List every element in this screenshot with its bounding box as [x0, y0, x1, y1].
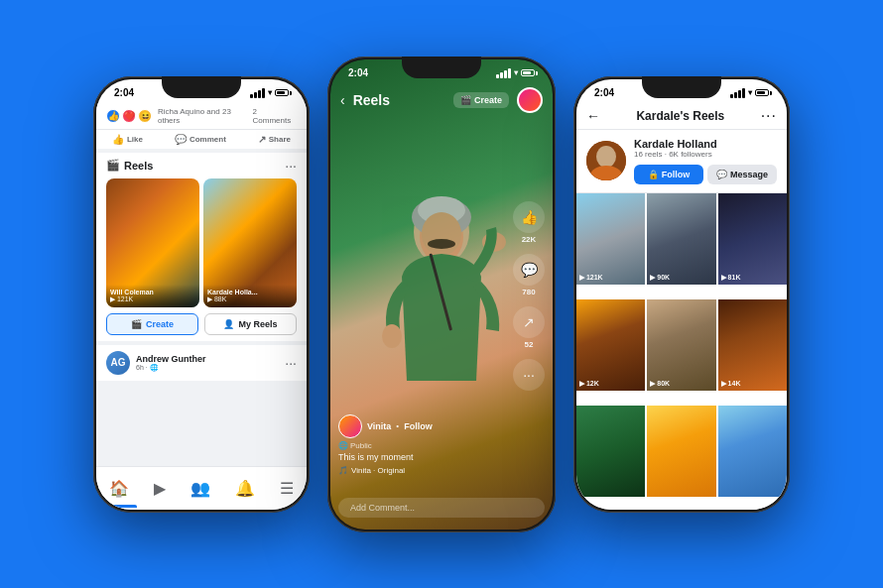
signal-icon-1: [250, 88, 265, 98]
signal-icon-3: [730, 88, 745, 98]
comment-action[interactable]: 💬 780: [513, 254, 545, 296]
signal-icon-2: [496, 68, 511, 78]
message-profile-button[interactable]: 💬 Message: [707, 165, 777, 184]
like-icon: 👍: [112, 134, 124, 145]
reels-section: 🎬 Reels ··· Will Coleman ▶ 121K: [96, 153, 307, 341]
reel-caption: This is my moment: [338, 452, 503, 462]
profile-reel-views-6: ▶ 14K: [721, 380, 741, 388]
create-button[interactable]: 🎬 Create: [106, 313, 198, 335]
share-icon: ↗: [258, 134, 266, 145]
profile-more-icon[interactable]: ···: [761, 107, 777, 125]
reaction-bar: 👍 ❤️ 😆 Richa Aquino and 23 others 2 Comm…: [96, 103, 307, 130]
nav-friends[interactable]: 👥: [183, 475, 218, 502]
phone-2: 2:04 ▾ ‹ Reels 🎬 Create: [327, 57, 556, 532]
reel-item-2[interactable]: Kardale Holla... ▶ 88K: [203, 178, 297, 307]
profile-reel-bg-4: [576, 299, 645, 391]
comment-button[interactable]: 💬 Comment: [175, 134, 226, 145]
profile-details: Kardale Holland 16 reels · 6K followers …: [634, 138, 777, 184]
comment-input[interactable]: Add Comment...: [338, 498, 545, 518]
profile-reel-bg-8: [647, 406, 715, 497]
phones-container: 2:04 ▾ 👍 ❤️ 😆: [83, 0, 800, 588]
profile-reel-3[interactable]: ▶ 81K: [718, 193, 787, 285]
battery-icon-2: [521, 69, 535, 76]
comment-action-icon: 💬: [513, 254, 545, 286]
bottom-nav: 🏠 ▶ 👥 🔔 ☰: [96, 466, 307, 510]
reel-item-1[interactable]: Will Coleman ▶ 121K: [106, 178, 199, 307]
phone-1: 2:04 ▾ 👍 ❤️ 😆: [93, 76, 310, 513]
post-user-info: Andrew Gunther 6h · 🌐: [136, 354, 206, 372]
love-reaction: ❤️: [122, 109, 136, 123]
profile-reel-9[interactable]: [718, 406, 787, 497]
reaction-icons: 👍 ❤️ 😆: [106, 109, 152, 123]
profile-reel-7[interactable]: [576, 406, 645, 497]
profile-reel-2[interactable]: ▶ 90K: [647, 193, 715, 285]
notch-3: [642, 76, 721, 98]
message-icon: 💬: [716, 170, 727, 179]
like-action-icon: 👍: [513, 201, 545, 233]
post-user: AG Andrew Gunther 6h · 🌐: [106, 351, 206, 375]
profile-reel-bg-6: [718, 299, 787, 391]
follow-profile-button[interactable]: 🔒 Follow: [634, 165, 703, 184]
status-icons-3: ▾: [730, 88, 769, 98]
phone-2-screen: 2:04 ▾ ‹ Reels 🎬 Create: [330, 59, 553, 529]
reels-more-icon[interactable]: ···: [285, 159, 297, 173]
share-action[interactable]: ↗ 52: [513, 306, 545, 349]
reel-creator-avatar: [338, 414, 362, 438]
profile-reel-5[interactable]: ▶ 80K: [647, 299, 715, 391]
nav-notifications[interactable]: 🔔: [227, 475, 263, 502]
comment-count: 2 Comments: [252, 107, 297, 125]
profile-reel-views-4: ▶ 12K: [579, 380, 599, 388]
post-avatar: AG: [106, 351, 130, 375]
profile-page-title: Kardale's Reels: [636, 109, 724, 123]
reel-right-actions: 👍 22K 💬 780 ↗ 52 ···: [513, 201, 545, 391]
profile-reel-bg-3: [718, 193, 787, 285]
nav-home[interactable]: 🏠: [101, 475, 137, 502]
post-user-name: Andrew Gunther: [136, 354, 206, 364]
comment-count-reel: 780: [522, 288, 535, 296]
back-button[interactable]: ‹: [340, 92, 345, 108]
my-reels-button[interactable]: 👤 My Reels: [204, 313, 297, 335]
reels-title: 🎬 Reels: [106, 159, 153, 172]
share-button[interactable]: ↗ Share: [258, 134, 291, 145]
profile-reel-8[interactable]: [647, 406, 715, 497]
reel-overlay-2: Kardale Holla... ▶ 88K: [203, 285, 297, 307]
create-icon: 🎬: [131, 319, 142, 329]
wifi-icon-2: ▾: [514, 68, 518, 77]
wifi-icon-3: ▾: [748, 88, 752, 97]
reels-actions: 🎬 Create 👤 My Reels: [106, 313, 297, 335]
reel-overlay-1: Will Coleman ▶ 121K: [106, 285, 199, 307]
profile-reel-6[interactable]: ▶ 14K: [718, 299, 787, 391]
reel-name-2: Kardale Holla...: [207, 289, 293, 295]
haha-reaction: 😆: [138, 109, 152, 123]
nav-menu[interactable]: ☰: [272, 475, 302, 502]
profile-back-button[interactable]: ←: [586, 108, 600, 124]
create-reel-icon: 🎬: [460, 95, 471, 105]
battery-icon-1: [275, 89, 289, 96]
reaction-text: Richa Aquino and 23 others: [158, 107, 252, 125]
follow-icon: 🔒: [648, 170, 659, 179]
profile-reel-bg-7: [576, 406, 645, 497]
time-2: 2:04: [348, 67, 368, 78]
create-reel-button[interactable]: 🎬 Create: [453, 92, 509, 108]
post-preview: AG Andrew Gunther 6h · 🌐 ···: [96, 345, 307, 381]
like-button[interactable]: 👍 Like: [112, 134, 143, 145]
reels-grid: Will Coleman ▶ 121K Kardale Holla...: [106, 178, 297, 307]
profile-reel-1[interactable]: ▶ 121K: [576, 193, 645, 285]
nav-video[interactable]: ▶: [146, 475, 174, 502]
reel-creator-name: Vinita: [367, 421, 391, 431]
svg-point-4: [422, 212, 461, 256]
phone-3-screen: 2:04 ▾ ← Kardale's Reels ···: [576, 79, 787, 510]
status-bar-2: 2:04 ▾: [330, 59, 553, 83]
more-action[interactable]: ···: [513, 359, 545, 391]
post-time: 6h · 🌐: [136, 364, 206, 372]
reel-public: 🌐 Public: [338, 441, 503, 450]
creator-avatar-preview: [517, 87, 543, 113]
profile-reel-4[interactable]: ▶ 12K: [576, 299, 645, 391]
battery-icon-3: [755, 89, 769, 96]
comment-icon: 💬: [175, 134, 187, 145]
post-more-icon[interactable]: ···: [285, 355, 297, 371]
profile-reel-bg-2: [647, 193, 715, 285]
share-count: 52: [525, 340, 534, 349]
like-action[interactable]: 👍 22K: [513, 201, 545, 244]
follow-button[interactable]: Follow: [404, 421, 433, 431]
